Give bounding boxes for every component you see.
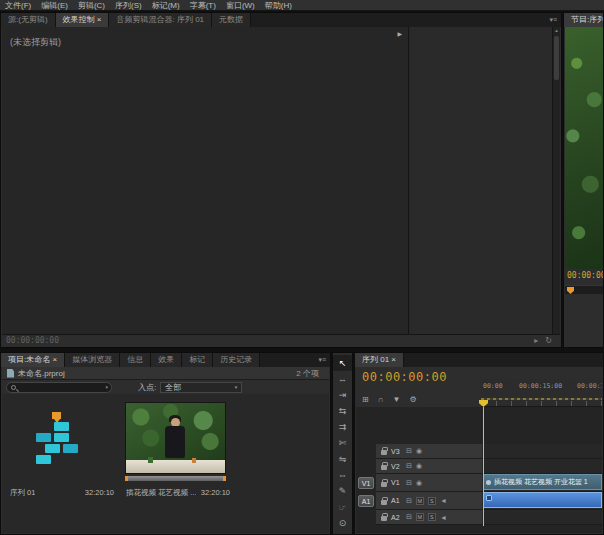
source-patch-empty[interactable] [356,459,376,474]
playhead-line[interactable] [483,407,484,526]
video-thumbnail[interactable] [125,402,226,474]
panel-menu-icon[interactable]: ▾≡ [314,353,330,367]
track-header-a2: A2 ⊟ M S ◄ [376,510,482,525]
ripple-edit-tool[interactable]: ⇥ [333,387,352,403]
mute-toggle[interactable]: M [416,497,424,505]
timeline-ruler[interactable]: 00:00 00:00:15:00 00:00:3 [481,379,602,407]
tab-info[interactable]: 信息 [120,353,151,367]
effects-body: (未选择剪辑) ▶ ▴ [2,27,560,334]
sync-lock-icon[interactable]: ⊟ [406,447,412,455]
tab-project[interactable]: 项目:未命名 × [1,353,65,367]
source-patch-v1[interactable]: V1 [356,474,376,492]
tab-history[interactable]: 历史记录 [213,353,260,367]
selection-tool[interactable]: ↖ [333,355,352,371]
thumbnail-scrubber[interactable] [125,476,226,481]
tab-effect-controls[interactable]: 效果控制 × [56,13,110,27]
loop-icon[interactable]: ↻ [545,336,552,345]
menu-edit[interactable]: 编辑(E) [36,0,73,11]
scrollbar-thumb[interactable] [554,36,559,80]
chevron-down-icon: ▾ [235,384,238,390]
menu-help[interactable]: 帮助(H) [260,0,297,11]
source-patch-empty[interactable] [356,510,376,525]
track-output-eye-icon[interactable]: ◉ [416,479,422,487]
project-panel: 项目:未命名 × 媒体浏览器 信息 效果 标记 历史记录 ▾≡ 未命名.prpr… [0,352,331,535]
item-name[interactable]: 序列 01 [10,488,35,498]
slip-tool[interactable]: ⇋ [333,451,352,467]
lock-icon[interactable] [381,450,387,455]
scroll-up-icon[interactable]: ▴ [553,27,560,34]
rolling-edit-tool[interactable]: ⇆ [333,403,352,419]
lock-icon[interactable] [381,516,387,521]
menu-sequence[interactable]: 序列(S) [110,0,147,11]
timeline-settings-icon[interactable]: ⚙ [409,395,416,404]
inpoint-select[interactable]: 全部 ▾ [160,382,242,393]
target-box-a1[interactable]: A1 [358,495,374,507]
hand-tool[interactable]: ☞ [333,499,352,515]
sync-lock-icon[interactable]: ⊟ [406,479,412,487]
lock-icon[interactable] [381,500,387,505]
track-content-v1[interactable]: 插花视频 花艺视频 开业花篮 1 [482,474,602,492]
track-select-tool[interactable]: ↔ [333,371,352,387]
project-filter-row: ▾ 入点: 全部 ▾ [2,380,329,394]
menu-title[interactable]: 字幕(T) [185,0,221,11]
track-header-v1: V1 ⊟ ◉ [376,474,482,492]
sync-lock-icon[interactable]: ⊟ [406,497,412,505]
menu-file[interactable]: 文件(F) [0,0,36,11]
tab-audio-clip-mixer[interactable]: 音频剪辑混合器: 序列 01 [109,13,212,27]
collapse-arrow-icon[interactable]: ▶ [397,30,402,37]
rate-stretch-tool[interactable]: ⇉ [333,419,352,435]
search-input[interactable] [16,383,102,392]
timeline-timecode[interactable]: 00:00:00:00 [362,370,447,384]
snap-magnet-icon[interactable]: ∩ [378,395,384,404]
track-content-v2[interactable] [482,459,602,474]
track-output-eye-icon[interactable]: ◉ [416,447,422,455]
play-icon[interactable]: ▸ [534,336,538,345]
menu-marker[interactable]: 标记(M) [147,0,185,11]
timeline-audio-clip-selected[interactable] [483,492,602,508]
track-output-eye-icon[interactable]: ◉ [416,462,422,470]
marker-icon[interactable]: ▼ [392,395,400,404]
slide-tool[interactable]: ⇔ [333,467,352,483]
item-name[interactable]: 插花视频 花艺视频 ... [126,488,196,498]
search-dropdown-icon[interactable]: ▾ [105,384,108,390]
tab-metadata[interactable]: 元数据 [212,13,251,27]
zoom-tool[interactable]: ⊙ [333,515,352,531]
panel-menu-icon[interactable]: ▾≡ [545,13,561,27]
track-content-a1[interactable] [482,492,602,510]
source-patch-empty[interactable] [356,444,376,459]
menu-window[interactable]: 窗口(W) [221,0,260,11]
source-patch-a1[interactable]: A1 [356,492,376,510]
razor-tool[interactable]: ✄ [333,435,352,451]
keyframe-prev-icon[interactable]: ◄ [440,497,447,504]
tab-media-browser[interactable]: 媒体浏览器 [65,353,120,367]
tab-source-monitor[interactable]: 源:(无剪辑) [1,13,56,27]
tab-program-monitor[interactable]: 节目:序列... [564,13,603,27]
target-box-v1[interactable]: V1 [358,477,374,489]
track-content-v3[interactable] [482,444,602,459]
seq-block [36,433,51,442]
keyframe-prev-icon[interactable]: ◄ [440,514,447,521]
program-scrubber[interactable] [565,285,604,294]
tab-markers[interactable]: 标记 [182,353,213,367]
effect-controls-panel: 源:(无剪辑) 效果控制 × 音频剪辑混合器: 序列 01 元数据 ▾≡ (未选… [0,12,562,348]
playhead-marker-icon[interactable] [567,287,574,294]
solo-toggle[interactable]: S [428,497,436,505]
lock-icon[interactable] [381,465,387,470]
timeline-video-clip[interactable]: 插花视频 花艺视频 开业花篮 1 [483,474,602,490]
sync-lock-icon[interactable]: ⊟ [406,462,412,470]
lock-icon[interactable] [381,482,387,487]
menu-clip[interactable]: 剪辑(C) [73,0,110,11]
search-box[interactable]: ▾ [6,382,112,393]
solo-toggle[interactable]: S [428,513,436,521]
project-item-sequence[interactable]: 序列 01 32:20:10 [8,400,120,502]
sync-lock-icon[interactable]: ⊟ [406,513,412,521]
mute-toggle[interactable]: M [416,513,424,521]
insert-icon[interactable]: ⊞ [362,395,369,404]
tab-effects[interactable]: 效果 [151,353,182,367]
tab-sequence-01[interactable]: 序列 01 × [355,353,404,367]
project-item-video[interactable]: 插花视频 花艺视频 ... 32:20:10 [124,400,236,502]
pen-tool[interactable]: ✎ [333,483,352,499]
effects-scrollbar[interactable]: ▴ [552,27,560,334]
program-timecode: 00:00:00:00 [567,271,604,280]
track-content-a2[interactable] [482,510,602,525]
